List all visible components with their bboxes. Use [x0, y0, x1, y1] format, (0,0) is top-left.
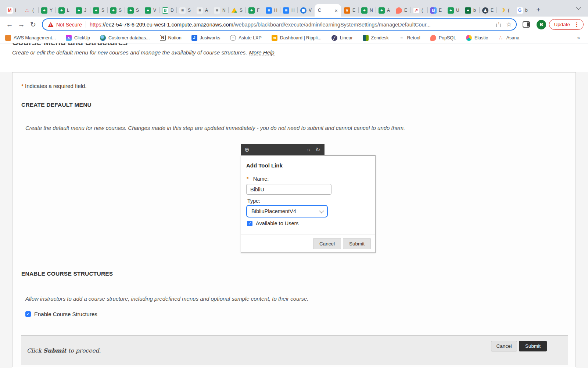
- bookmark-item[interactable]: Customer databas...: [100, 35, 150, 41]
- browser-tab[interactable]: +A: [376, 4, 393, 17]
- dialog-submit-button[interactable]: Submit: [343, 238, 371, 249]
- docs-favicon: ≡: [214, 7, 220, 14]
- profile-avatar[interactable]: B: [537, 20, 546, 29]
- justworks-favicon: J: [191, 35, 197, 41]
- browser-tab[interactable]: +Y: [38, 4, 55, 17]
- form-submit-button[interactable]: Submit: [519, 341, 547, 351]
- not-secure-label: Not Secure: [56, 22, 82, 28]
- sheets-favicon: +: [379, 7, 385, 14]
- bookmark-item[interactable]: ≡Retool: [399, 35, 420, 41]
- bookmark-item[interactable]: Zendesk: [363, 35, 389, 41]
- tab-title: J: [84, 8, 86, 13]
- not-secure-warning-icon: !: [48, 22, 54, 27]
- tab-title: E: [352, 8, 355, 13]
- browser-menu-icon[interactable]: ⋮: [573, 21, 581, 28]
- browser-tab[interactable]: BD: [159, 4, 176, 17]
- browser-tab[interactable]: +b: [462, 4, 479, 17]
- required-field-note: * Indicates a required field.: [21, 83, 87, 89]
- available-to-users-checkbox[interactable]: ✓: [247, 221, 252, 226]
- tab-title: Y: [50, 8, 53, 13]
- browser-tab[interactable]: V: [297, 4, 315, 17]
- bookmark-item[interactable]: mDashboard | Rippli...: [272, 35, 322, 41]
- popsql-favicon: [430, 35, 436, 41]
- gmail-favicon: M: [7, 7, 13, 14]
- bookmark-item[interactable]: PopSQL: [430, 35, 456, 41]
- bookmark-item[interactable]: ╱Linear: [331, 35, 353, 41]
- browser-tab[interactable]: +L: [55, 4, 73, 17]
- bookmark-item[interactable]: AWS Management...: [5, 35, 56, 41]
- bookmark-item[interactable]: JJustworks: [191, 35, 220, 41]
- tab-title: N: [370, 8, 373, 13]
- browser-tab[interactable]: ≡S: [176, 4, 194, 17]
- address-bar[interactable]: ! Not Secure https://ec2-54-78-6-209.eu-…: [42, 18, 517, 31]
- available-to-users-row: ✓ Available to Users: [247, 220, 299, 226]
- globe-favicon: [100, 35, 106, 41]
- browser-tab[interactable]: S: [228, 4, 245, 17]
- linear-favicon: ╱: [331, 35, 337, 41]
- tab-title: b: [525, 8, 528, 13]
- back-button[interactable]: ←: [4, 19, 15, 31]
- tab-title: S: [240, 8, 243, 13]
- dialog-cancel-button[interactable]: Cancel: [313, 238, 341, 249]
- vorange-favicon: V: [344, 7, 350, 14]
- reload-button[interactable]: ↻: [27, 19, 39, 31]
- bookmark-item[interactable]: ∴Asana: [498, 35, 519, 41]
- browser-tab[interactable]: +S: [125, 4, 142, 17]
- browser-tab[interactable]: ≡A: [194, 4, 211, 17]
- browser-tab[interactable]: ≡H: [263, 4, 280, 17]
- retool-favicon: ≡: [399, 35, 405, 41]
- browser-tab[interactable]: +J: [73, 4, 90, 17]
- tab-title: U: [456, 8, 459, 13]
- browser-tab[interactable]: ≡H: [280, 4, 297, 17]
- browser-tab[interactable]: +V: [142, 4, 159, 17]
- browser-tab[interactable]: Gb: [514, 4, 531, 17]
- browser-tab[interactable]: +F: [245, 4, 263, 17]
- tab-close-icon[interactable]: ×: [334, 8, 338, 13]
- more-help-link[interactable]: More Help: [249, 49, 275, 56]
- sheets-favicon: +: [448, 7, 454, 14]
- reload-icon: ↻: [30, 20, 36, 29]
- bookmark-item[interactable]: NNotion: [160, 35, 182, 41]
- name-input[interactable]: [246, 184, 331, 195]
- side-panel-icon[interactable]: [523, 21, 530, 28]
- bookmark-item[interactable]: ·Astute LXP: [230, 35, 262, 41]
- share-icon[interactable]: ↑: [496, 22, 501, 27]
- tab-title: (: [32, 8, 34, 13]
- browser-tab[interactable]: ≡N: [211, 4, 228, 17]
- browser-tab[interactable]: +U: [445, 4, 462, 17]
- rippling-favicon: m: [272, 35, 277, 41]
- tab-search-chevron-icon[interactable]: [577, 6, 581, 10]
- browser-tab[interactable]: VE: [341, 4, 358, 17]
- browser-tab[interactable]: BE: [427, 4, 445, 17]
- bluetile-favicon: ≡: [266, 7, 272, 14]
- bookmarks-overflow-icon[interactable]: »: [577, 35, 580, 40]
- plus-icon: +: [536, 6, 540, 14]
- forward-button[interactable]: →: [15, 19, 27, 31]
- sheets-favicon: +: [128, 7, 134, 14]
- browser-tab[interactable]: ☽(: [496, 4, 514, 17]
- bookmark-item[interactable]: ∧ClickUp: [66, 35, 90, 41]
- tab-title: D: [171, 8, 174, 13]
- browser-tab[interactable]: +N: [358, 4, 376, 17]
- add-item-icon[interactable]: ⊕: [244, 146, 249, 153]
- reorder-icon[interactable]: ↑↓: [306, 147, 309, 152]
- browser-tab[interactable]: +S: [107, 4, 125, 17]
- bookmark-label: Linear: [340, 35, 353, 40]
- browser-tab[interactable]: E: [393, 4, 410, 17]
- update-button[interactable]: Update ⋮: [549, 19, 584, 30]
- active-tab[interactable]: C×: [315, 4, 341, 17]
- type-select[interactable]: BibliuPlacementV4: [246, 205, 328, 217]
- browser-tab[interactable]: MI: [4, 4, 21, 17]
- new-tab-button[interactable]: +: [533, 5, 544, 15]
- browser-tab[interactable]: ♟E: [479, 4, 496, 17]
- browser-tab[interactable]: +S: [90, 4, 107, 17]
- enable-course-structures-checkbox[interactable]: ✓: [25, 311, 31, 317]
- browser-tab[interactable]: ∴(: [21, 4, 38, 17]
- browser-tab[interactable]: ↗(: [410, 4, 427, 17]
- bookmark-item[interactable]: Elastic: [466, 35, 488, 41]
- tab-title: C: [318, 8, 321, 13]
- refresh-icon[interactable]: ↻: [315, 146, 320, 153]
- form-cancel-button[interactable]: Cancel: [491, 341, 517, 351]
- bookmark-star-icon[interactable]: ☆: [506, 21, 512, 28]
- dialog-divider: [241, 234, 375, 234]
